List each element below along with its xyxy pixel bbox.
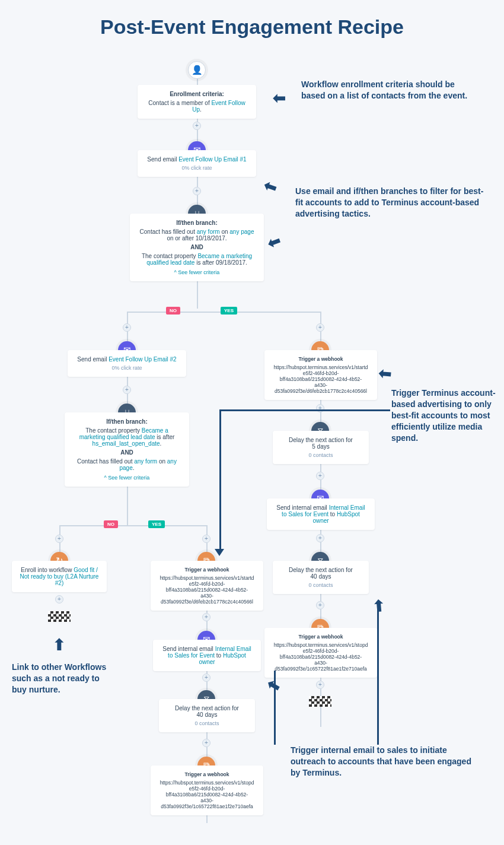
add-step-button[interactable]: + bbox=[316, 601, 324, 609]
wh-line: bff4a3108ba6/215d0082-424d-4b52- bbox=[272, 376, 370, 382]
wh-line: bff4a3108ba6/215d0082-424d-4b52- bbox=[158, 792, 256, 798]
webhook-card[interactable]: Trigger a webhook https://hubspot.termin… bbox=[264, 628, 377, 678]
add-step-button[interactable]: + bbox=[316, 323, 324, 332]
add-step-button[interactable]: + bbox=[123, 323, 131, 332]
wh-line: d53fa0992f3e/d6feb2cb1778c2c4c40566l bbox=[158, 599, 256, 605]
add-step-button[interactable]: + bbox=[316, 534, 324, 542]
arrow-icon: ➡ bbox=[369, 598, 389, 613]
add-step-button[interactable]: + bbox=[193, 187, 201, 195]
yes-badge: YES bbox=[221, 307, 237, 315]
arrow-icon: ➡ bbox=[263, 675, 284, 697]
card-header: If/then branch: bbox=[137, 220, 257, 226]
wh-line: a430- bbox=[272, 660, 370, 666]
annotation: Link to other Workflows such as a not re… bbox=[12, 662, 113, 695]
add-step-button[interactable]: + bbox=[123, 386, 131, 394]
card-text: Send internal email Internal Email to Sa… bbox=[160, 646, 254, 665]
branch-card[interactable]: If/then branch: The contact property Bec… bbox=[65, 412, 189, 487]
wh-line: https://hubspot.terminus.services/v1/sta… bbox=[272, 364, 370, 370]
annotation: Workflow enrollment criteria should be b… bbox=[301, 79, 479, 101]
click-rate: 0% click rate bbox=[75, 365, 179, 371]
delay-days: 40 days bbox=[166, 711, 248, 718]
see-fewer-link[interactable]: ^ See fewer criteria bbox=[137, 269, 257, 275]
enroll-workflow-card[interactable]: Enroll into workflow Good fit / Not read… bbox=[12, 561, 107, 592]
wh-line: bff4a3108ba6/215d0082-424d-4b52- bbox=[272, 654, 370, 660]
criteria: The contact property Became a marketing … bbox=[72, 427, 182, 447]
internal-email-card[interactable]: Send internal email Internal Email to Sa… bbox=[153, 640, 261, 671]
contacts-count: 0 contacts bbox=[166, 720, 248, 726]
criteria: Contact has filled out any form on any p… bbox=[72, 458, 182, 471]
add-step-button[interactable]: + bbox=[202, 674, 210, 682]
and-label: AND bbox=[137, 244, 257, 250]
wh-line: https://hubspot.terminus.services/v1/sto… bbox=[158, 780, 256, 786]
delay-card[interactable]: Delay the next action for 40 days 0 cont… bbox=[159, 699, 255, 732]
wh-line: e5f2-46fd-b20d- bbox=[272, 648, 370, 654]
delay-text: Delay the next action for bbox=[166, 705, 248, 711]
delay-card[interactable]: Delay the next action for 5 days 0 conta… bbox=[273, 431, 369, 464]
ann-line bbox=[219, 409, 221, 552]
branch-card[interactable]: If/then branch: Contact has filled out a… bbox=[130, 214, 264, 281]
no-badge: NO bbox=[104, 520, 118, 528]
annotation: Trigger internal email to sales to initi… bbox=[291, 745, 480, 779]
no-badge: NO bbox=[166, 307, 180, 315]
card-text: Contact is a member of Event Follow Up. bbox=[145, 100, 249, 113]
add-step-button[interactable]: + bbox=[55, 535, 63, 543]
arrow-icon: ➡ bbox=[273, 89, 286, 107]
send-email-card[interactable]: Send email Event Follow Up Email #2 0% c… bbox=[68, 350, 186, 377]
arrow-icon: ➡ bbox=[378, 364, 393, 384]
card-header: Trigger a webhook bbox=[272, 356, 370, 362]
card-text: Send internal email Internal Email to Sa… bbox=[274, 504, 368, 524]
wh-line: a430- bbox=[158, 593, 256, 599]
workflow-canvas: 👤 Enrollment criteria: Contact is a memb… bbox=[0, 50, 504, 845]
add-step-button[interactable]: + bbox=[316, 681, 324, 689]
add-step-button[interactable]: + bbox=[202, 535, 210, 543]
click-rate: 0% click rate bbox=[145, 165, 249, 171]
ann-line bbox=[377, 605, 379, 745]
add-step-button[interactable]: + bbox=[55, 595, 63, 603]
internal-email-card[interactable]: Send internal email Internal Email to Sa… bbox=[267, 498, 375, 530]
wh-line: e5f2-46fd-b20d- bbox=[272, 370, 370, 376]
wh-line: https://hubspot.terminus.services/v1/sta… bbox=[158, 575, 256, 581]
ann-line bbox=[219, 409, 390, 411]
card-header: Trigger a webhook bbox=[158, 567, 256, 573]
annotation: Trigger Terminus account-based advertisi… bbox=[391, 387, 498, 443]
user-icon: 👤 bbox=[188, 61, 206, 79]
end-marker bbox=[309, 696, 331, 707]
and-label: AND bbox=[72, 449, 182, 456]
wh-line: bff4a3108ba6/215d0082-424d-4b52- bbox=[158, 587, 256, 593]
arrow-icon: ➡ bbox=[261, 176, 279, 198]
send-email-card[interactable]: Send email Event Follow Up Email #1 0% c… bbox=[138, 150, 256, 177]
card-text: Send email Event Follow Up Email #2 bbox=[75, 356, 179, 363]
wh-line: d53fa0992f3e/1c65722f81ae1f2e710aefa bbox=[272, 666, 370, 672]
card-header: If/then branch: bbox=[72, 418, 182, 425]
arrow-icon: ➡ bbox=[50, 638, 68, 651]
wh-line: e5f2-46fd-b20d- bbox=[158, 581, 256, 587]
add-step-button[interactable]: + bbox=[316, 472, 324, 480]
card-text: Enroll into workflow Good fit / Not read… bbox=[19, 567, 100, 586]
webhook-card[interactable]: Trigger a webhook https://hubspot.termin… bbox=[264, 350, 377, 400]
page-title: Post-Event Engagement Recipe bbox=[0, 0, 504, 50]
ann-arrowhead bbox=[215, 549, 224, 556]
card-header: Enrollment criteria: bbox=[145, 91, 249, 97]
wh-line: https://hubspot.terminus.services/v1/sto… bbox=[272, 642, 370, 648]
criteria: The contact property Became a marketing … bbox=[137, 253, 257, 266]
wh-line: e5f2-46fd-b20d- bbox=[158, 786, 256, 792]
wh-line: a430- bbox=[158, 798, 256, 803]
wh-line: d53fa0992f3e/d6feb2cb1778c2c4c40566l bbox=[272, 388, 370, 394]
arrow-icon: ➡ bbox=[265, 231, 283, 253]
contacts-count: 0 contacts bbox=[280, 582, 362, 588]
contacts-count: 0 contacts bbox=[280, 452, 362, 458]
see-fewer-link[interactable]: ^ See fewer criteria bbox=[72, 475, 182, 481]
webhook-card[interactable]: Trigger a webhook https://hubspot.termin… bbox=[151, 561, 263, 611]
annotation: Use email and if/then branches to filter… bbox=[295, 186, 485, 220]
add-step-button[interactable]: + bbox=[202, 613, 210, 621]
add-step-button[interactable]: + bbox=[202, 739, 210, 747]
card-header: Trigger a webhook bbox=[158, 771, 256, 777]
wh-line: a430- bbox=[272, 382, 370, 388]
enrollment-card[interactable]: Enrollment criteria: Contact is a member… bbox=[138, 85, 256, 119]
connector bbox=[59, 525, 206, 526]
delay-text: Delay the next action for bbox=[280, 437, 362, 443]
delay-card[interactable]: Delay the next action for 40 days 0 cont… bbox=[273, 561, 369, 594]
wh-line: d53fa0992f3e/1c65722f81ae1f2e710aefa bbox=[158, 803, 256, 809]
add-step-button[interactable]: + bbox=[193, 122, 201, 130]
webhook-card[interactable]: Trigger a webhook https://hubspot.termin… bbox=[151, 765, 263, 815]
